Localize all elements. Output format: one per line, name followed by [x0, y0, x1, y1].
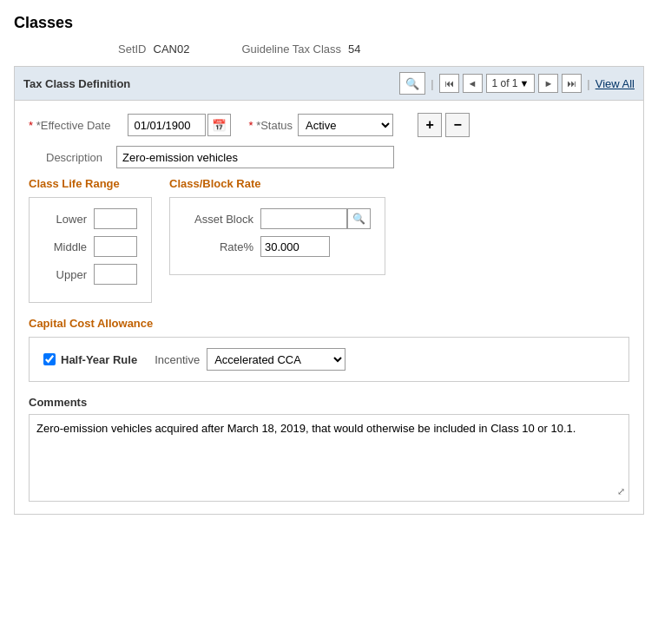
setid-value: CAN02 — [154, 43, 190, 56]
nav-prev-button[interactable]: ◄ — [463, 74, 483, 93]
guideline-label: Guideline Tax Class — [241, 43, 341, 56]
remove-button[interactable]: − — [445, 113, 470, 137]
effective-date-input[interactable] — [128, 114, 206, 136]
nav-sep-2: | — [587, 77, 589, 90]
setid-label: SetID — [118, 43, 147, 56]
middle-input[interactable] — [94, 236, 137, 257]
upper-label: Upper — [43, 268, 87, 281]
asset-block-input[interactable] — [260, 208, 347, 229]
lower-input[interactable] — [94, 208, 137, 229]
capital-cost-box: Half-Year Rule Incentive Accelerated CCA… — [29, 337, 629, 382]
description-input[interactable] — [116, 146, 394, 168]
nav-last-button[interactable]: ⏭ — [562, 74, 582, 93]
description-row: Description — [29, 146, 629, 168]
rate-label: Rate% — [184, 240, 253, 253]
rate-row: Rate% — [184, 236, 371, 257]
class-life-range-section: Class Life Range Lower Middle Upper — [29, 177, 152, 303]
expand-icon[interactable]: ⤢ — [617, 486, 625, 497]
capital-cost-section: Capital Cost Allowance Half-Year Rule In… — [29, 317, 629, 382]
asset-block-label: Asset Block — [184, 213, 253, 226]
nav-next-button[interactable]: ► — [538, 74, 558, 93]
add-button[interactable]: + — [418, 113, 442, 137]
panel-search-button[interactable]: 🔍 — [399, 72, 425, 95]
capital-cost-title: Capital Cost Allowance — [29, 317, 629, 330]
comments-box: Zero-emission vehicles acquired after Ma… — [29, 414, 629, 502]
setid-item: SetID CAN02 — [118, 43, 189, 56]
class-block-rate-panel: Asset Block 🔍 Rate% — [169, 197, 385, 275]
guideline-item: Guideline Tax Class 54 — [241, 43, 360, 56]
class-life-range-title: Class Life Range — [29, 177, 152, 190]
page-dropdown-button[interactable]: ▼ — [520, 78, 530, 89]
date-field: 📅 — [128, 114, 231, 136]
half-year-checkbox[interactable] — [43, 353, 56, 365]
calendar-icon: 📅 — [212, 119, 227, 132]
panel-title: Tax Class Definition — [23, 77, 130, 90]
meta-row: SetID CAN02 Guideline Tax Class 54 — [14, 43, 644, 56]
lower-row: Lower — [43, 208, 137, 229]
calendar-button[interactable]: 📅 — [207, 114, 231, 136]
asset-search-icon: 🔍 — [352, 213, 365, 225]
upper-input[interactable] — [94, 264, 137, 285]
lower-label: Lower — [43, 213, 87, 226]
description-label: Description — [46, 151, 102, 164]
nav-first-button[interactable]: ⏮ — [439, 74, 459, 93]
effective-date-label: *Effective Date — [29, 119, 110, 132]
incentive-select[interactable]: Accelerated CCA None — [207, 348, 345, 371]
status-group: *Status Active Inactive — [248, 114, 393, 136]
class-life-range-panel: Lower Middle Upper — [29, 197, 152, 303]
incentive-label: Incentive — [155, 353, 200, 366]
panel-nav: 🔍 | ⏮ ◄ 1 of 1 ▼ ► ⏭ | View All — [399, 72, 635, 95]
incentive-group: Incentive Accelerated CCA None — [155, 348, 345, 371]
class-block-rate-section: Class/Block Rate Asset Block 🔍 Rate% — [169, 177, 385, 303]
asset-block-row: Asset Block 🔍 — [184, 208, 371, 229]
add-remove-buttons: + − — [418, 113, 470, 137]
status-select[interactable]: Active Inactive — [298, 114, 393, 136]
view-all-link[interactable]: View All — [595, 77, 635, 90]
asset-search-button[interactable]: 🔍 — [347, 208, 371, 229]
asset-block-field: 🔍 — [260, 208, 371, 229]
class-block-rate-title: Class/Block Rate — [169, 177, 385, 190]
middle-row: Middle — [43, 236, 137, 257]
effective-date-row: *Effective Date 📅 *Status Active Inactiv… — [29, 113, 629, 137]
panel-header: Tax Class Definition 🔍 | ⏮ ◄ 1 of 1 ▼ ► … — [15, 67, 643, 101]
comments-textarea[interactable]: Zero-emission vehicles acquired after Ma… — [36, 422, 622, 491]
nav-sep-1: | — [431, 77, 433, 90]
rate-input[interactable] — [260, 236, 330, 257]
comments-label: Comments — [29, 396, 629, 409]
middle-label: Middle — [43, 240, 87, 253]
guideline-value: 54 — [348, 43, 360, 56]
panel-body: *Effective Date 📅 *Status Active Inactiv… — [15, 101, 643, 514]
tax-class-panel: Tax Class Definition 🔍 | ⏮ ◄ 1 of 1 ▼ ► … — [14, 66, 644, 515]
comments-section: Comments Zero-emission vehicles acquired… — [29, 396, 629, 502]
page-display: 1 of 1 — [492, 77, 518, 89]
page-indicator: 1 of 1 ▼ — [486, 74, 536, 93]
half-year-group: Half-Year Rule — [43, 353, 137, 366]
upper-row: Upper — [43, 264, 137, 285]
half-year-label: Half-Year Rule — [61, 353, 137, 366]
status-label: *Status — [248, 119, 293, 132]
two-col-section: Class Life Range Lower Middle Upper — [29, 177, 629, 303]
page-title: Classes — [14, 14, 644, 32]
